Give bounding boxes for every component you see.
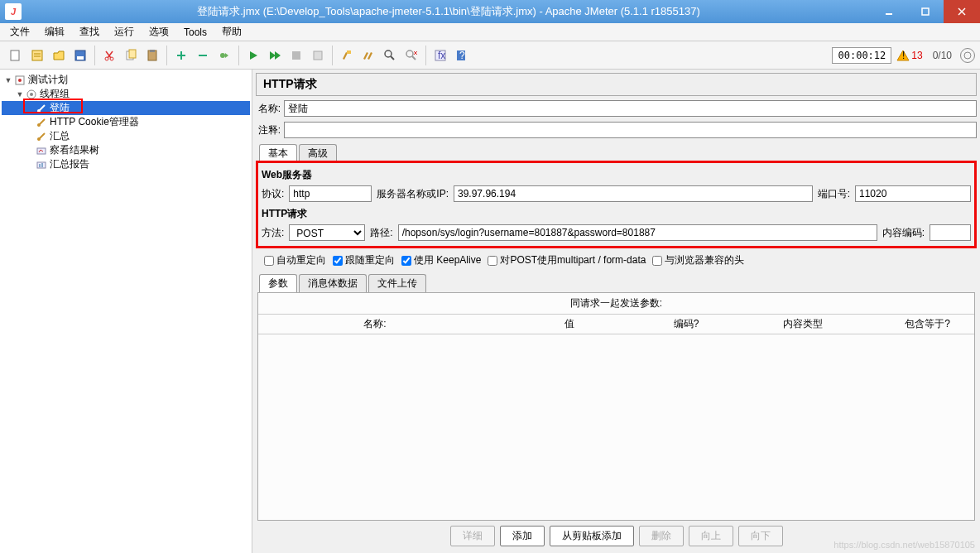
tree-thread-group[interactable]: ▼ 线程组: [2, 87, 250, 101]
start-icon[interactable]: [243, 46, 263, 65]
toggle-icon[interactable]: [214, 46, 234, 65]
tree-item-report[interactable]: 汇总报告: [2, 157, 250, 171]
clear-all-icon[interactable]: [358, 46, 378, 65]
tab-advanced[interactable]: 高级: [299, 144, 337, 162]
tree-label: 汇总: [50, 129, 70, 143]
tree-item-cookie[interactable]: HTTP Cookie管理器: [2, 115, 250, 129]
highlight-request-box: Web服务器 协议: 服务器名称或IP: 端口号: HTTP请求 方法: POS…: [256, 161, 977, 248]
template-icon[interactable]: [27, 46, 47, 65]
detail-button[interactable]: 详细: [450, 526, 495, 546]
stop-icon[interactable]: [286, 46, 306, 65]
web-server-section: Web服务器: [262, 168, 971, 182]
collapse-icon[interactable]: [193, 46, 213, 65]
maximize-button[interactable]: [907, 0, 944, 23]
col-content-type: 内容类型: [725, 315, 881, 334]
svg-point-38: [18, 79, 22, 82]
port-input[interactable]: [855, 185, 971, 202]
cut-icon[interactable]: [99, 46, 119, 65]
menu-options[interactable]: 选项: [142, 23, 175, 41]
minimize-button[interactable]: [871, 0, 907, 23]
delete-button[interactable]: 删除: [639, 526, 684, 546]
help-icon[interactable]: ?: [452, 46, 472, 65]
svg-line-26: [391, 56, 394, 60]
check-browser-headers[interactable]: 与浏览器兼容的头: [652, 253, 744, 267]
comment-input[interactable]: [284, 122, 977, 138]
col-equals: 包含等于?: [881, 315, 974, 334]
tab-basic[interactable]: 基本: [259, 144, 297, 162]
svg-rect-4: [11, 50, 19, 60]
http-request-section: HTTP请求: [262, 207, 971, 221]
menu-edit[interactable]: 编辑: [38, 23, 71, 41]
status-indicator: [960, 48, 975, 63]
path-input[interactable]: [398, 224, 877, 241]
menu-help[interactable]: 帮助: [215, 23, 248, 41]
table-body[interactable]: [258, 334, 974, 520]
elapsed-timer: 00:00:12: [832, 47, 891, 64]
method-select[interactable]: POST: [289, 224, 365, 241]
name-input[interactable]: [284, 100, 977, 117]
menu-find[interactable]: 查找: [73, 23, 106, 41]
tree-item-login[interactable]: 登陆: [2, 101, 250, 115]
tab-body-data[interactable]: 消息体数据: [299, 274, 367, 292]
open-icon[interactable]: [49, 46, 69, 65]
add-button[interactable]: 添加: [500, 526, 545, 546]
paste-icon[interactable]: [142, 46, 162, 65]
tree-label: 察看结果树: [50, 143, 99, 157]
menubar: 文件 编辑 查找 运行 选项 Tools 帮助: [0, 23, 980, 41]
tab-parameters[interactable]: 参数: [259, 274, 297, 292]
svg-point-43: [37, 137, 41, 141]
comment-label: 注释:: [256, 123, 281, 137]
tree-label: 线程组: [40, 87, 70, 101]
check-auto-redirect[interactable]: 自动重定向: [264, 253, 326, 267]
check-multipart[interactable]: 对POST使用multipart / form-data: [488, 253, 646, 267]
svg-point-12: [105, 57, 108, 60]
reset-search-icon[interactable]: [401, 46, 421, 65]
tree-item-results[interactable]: 察看结果树: [2, 143, 250, 157]
svg-rect-9: [77, 56, 84, 60]
svg-rect-1: [922, 8, 929, 15]
search-icon[interactable]: [380, 46, 400, 65]
copy-icon[interactable]: [121, 46, 141, 65]
tree-test-plan[interactable]: ▼ 测试计划: [2, 73, 250, 87]
path-label: 路径:: [370, 226, 392, 240]
window-titlebar: J 登陆请求.jmx (E:\Develop_Tools\apache-jmet…: [0, 0, 980, 23]
save-icon[interactable]: [70, 46, 90, 65]
table-caption: 同请求一起发送参数:: [258, 293, 974, 315]
toolbar: fx ? 00:00:12 ! 13 0/10: [0, 41, 980, 70]
table-header: 名称: 值 编码? 内容类型 包含等于?: [258, 315, 974, 334]
menu-run[interactable]: 运行: [108, 23, 141, 41]
col-value: 值: [492, 315, 647, 334]
close-button[interactable]: [944, 0, 980, 23]
check-keepalive[interactable]: 使用 KeepAlive: [401, 253, 481, 267]
window-title: 登陆请求.jmx (E:\Develop_Tools\apache-jmeter…: [26, 4, 871, 19]
checkbox-row: 自动重定向 跟随重定向 使用 KeepAlive 对POST使用multipar…: [264, 253, 968, 267]
down-button[interactable]: 向下: [738, 526, 783, 546]
server-input[interactable]: [454, 185, 813, 202]
tree-pane[interactable]: ▼ 测试计划 ▼ 线程组 登陆 HTTP Cookie管理器 汇总 察看结果树 …: [0, 70, 252, 553]
tree-label: HTTP Cookie管理器: [50, 115, 139, 129]
port-label: 端口号:: [818, 187, 850, 201]
check-follow-redirect[interactable]: 跟随重定向: [333, 253, 395, 267]
svg-rect-48: [39, 164, 41, 167]
svg-point-41: [37, 109, 41, 113]
up-button[interactable]: 向上: [689, 526, 733, 546]
tab-file-upload[interactable]: 文件上传: [368, 274, 426, 292]
warning-indicator[interactable]: ! 13: [896, 50, 922, 61]
svg-rect-17: [150, 50, 155, 52]
expand-icon[interactable]: [171, 46, 191, 65]
svg-text:!: !: [902, 50, 905, 61]
menu-file[interactable]: 文件: [3, 23, 36, 41]
panel-title: HTTP请求: [256, 73, 977, 96]
tree-item-summary[interactable]: 汇总: [2, 129, 250, 143]
shutdown-icon[interactable]: [308, 46, 328, 65]
protocol-input[interactable]: [289, 185, 372, 202]
svg-rect-49: [41, 163, 43, 167]
encoding-input[interactable]: [930, 224, 971, 241]
name-label: 名称:: [256, 102, 281, 116]
clear-icon[interactable]: [337, 46, 357, 65]
start-no-pause-icon[interactable]: [265, 46, 285, 65]
function-helper-icon[interactable]: fx: [430, 46, 450, 65]
menu-tools[interactable]: Tools: [177, 25, 214, 40]
new-icon[interactable]: [6, 46, 26, 65]
clipboard-add-button[interactable]: 从剪贴板添加: [550, 526, 634, 546]
